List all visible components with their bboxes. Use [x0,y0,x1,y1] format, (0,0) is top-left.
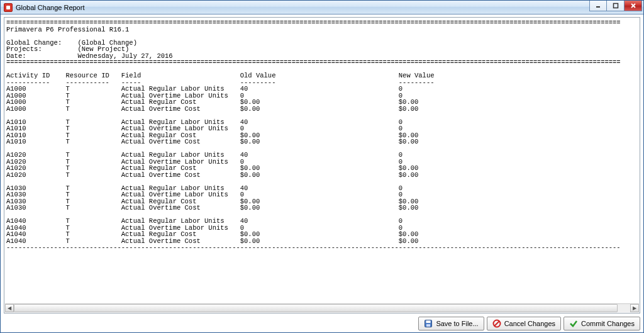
cancel-changes-button[interactable]: Cancel Changes [487,317,561,330]
window: Global Change Report ===================… [0,0,644,333]
minimize-icon [595,3,601,9]
svg-rect-5 [426,320,431,323]
save-to-file-button[interactable]: Save to File... [418,317,484,330]
close-button[interactable] [625,1,642,11]
scroll-thumb[interactable] [14,304,618,312]
commit-icon [569,319,578,328]
close-icon [630,3,636,9]
save-icon [424,319,433,328]
maximize-icon [613,3,619,9]
titlebar[interactable]: Global Change Report [1,1,643,14]
maximize-button[interactable] [607,1,625,11]
cancel-icon [492,319,501,328]
commit-changes-label: Commit Changes [581,320,635,327]
svg-rect-1 [613,4,618,8]
commit-changes-button[interactable]: Commit Changes [564,317,640,330]
button-bar: Save to File... Cancel Changes Commit Ch… [4,316,640,331]
report-panel: ========================================… [4,17,640,313]
scroll-left-button[interactable]: ◀ [5,304,14,312]
minimize-button[interactable] [589,1,607,11]
horizontal-scrollbar[interactable]: ◀ ▶ [5,303,639,312]
report-text: ========================================… [5,18,639,252]
scroll-track[interactable] [14,304,630,312]
report-viewport[interactable]: ========================================… [5,18,639,303]
svg-rect-6 [426,324,430,327]
scroll-right-button[interactable]: ▶ [630,304,639,312]
svg-line-8 [494,321,499,326]
window-controls [589,1,642,11]
save-to-file-label: Save to File... [436,320,478,327]
cancel-changes-label: Cancel Changes [504,320,555,327]
app-icon [4,3,13,12]
window-title: Global Change Report [16,4,84,11]
